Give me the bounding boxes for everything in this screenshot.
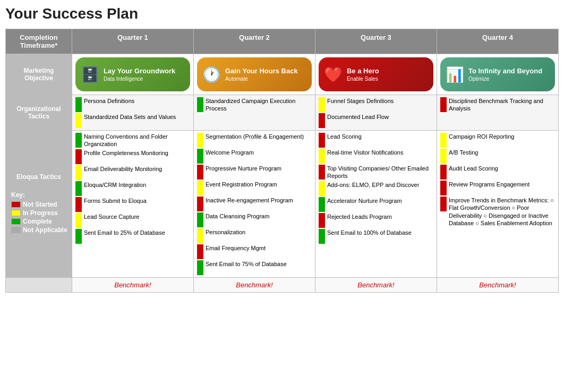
list-item: Data Cleansing Program [197,212,312,227]
list-item: Add-ons: ELMO, EPP and Discover [319,181,433,196]
eloqua-q1-cell: Naming Conventions and Folder Organizati… [72,131,193,278]
list-item: Profile Completeness Monitoring [75,149,190,164]
status-indicator [319,149,325,164]
q1-objective: 🗄️ Lay Your Groundwork Data Intelligence [72,54,193,95]
q2-benchmark: Benchmark! [193,278,315,293]
list-item: In Progress [11,209,69,217]
list-item: Not Applicable [11,226,69,234]
list-item: Personalization [197,228,312,243]
key-title: Key: [11,191,69,199]
list-item: Lead Source Capture [75,213,190,228]
list-item: Inactive Re-engagement Program [197,197,312,211]
list-item: Email Frequency Mgmt [197,244,312,259]
list-item: Event Registration Program [197,181,312,195]
list-item: Persona Definitions [75,97,190,112]
org-q4-cell: Disciplined Benchmark Tracking and Analy… [437,95,558,131]
q3-icon: ❤️ [324,66,343,83]
status-indicator [319,165,325,180]
list-item: Not Started [11,201,69,208]
status-indicator [197,181,203,195]
list-item: Standardized Campaign Execution Process [197,97,312,113]
status-indicator [197,97,203,112]
status-indicator [75,197,82,212]
org-q2-cell: Standardized Campaign Execution Process [193,95,315,131]
status-indicator [319,113,325,128]
list-item: Complete [11,218,69,225]
list-item: Funnel Stages Definitions [319,97,433,112]
success-plan-table: Completion Timeframe* Quarter 1 Quarter … [5,29,559,293]
list-item: Segmentation (Profile & Engagement) [197,133,312,148]
page-title: Your Success Plan [5,5,559,22]
list-item: Forms Submit to Eloqua [75,197,190,212]
q1-sub-text: Data Intelligence [104,76,175,82]
in-progress-color [11,210,21,216]
list-item: Sent Email to 75% of Database [197,260,312,275]
q2-icon: 🕐 [202,66,221,83]
q4-benchmark: Benchmark! [437,278,558,293]
status-indicator [197,149,203,164]
key-section: Key: Not Started In Progress Complete [9,191,69,234]
org-tactics-label: Organizational Tactics [6,95,72,131]
status-indicator [319,181,325,196]
q1-icon: 🗄️ [81,66,99,83]
q4-icon: 📊 [446,66,464,83]
q2-header: Quarter 2 [193,29,315,54]
list-item: Review Programs Engagement [440,181,555,195]
q4-main-text: To Infinity and Beyond [468,67,542,75]
status-indicator [319,197,325,212]
status-indicator [197,244,203,259]
status-indicator [319,97,325,112]
q3-benchmark: Benchmark! [315,278,437,293]
benchmark-label-cell [6,278,72,293]
org-q3-cell: Funnel Stages Definitions Documented Lea… [315,95,437,131]
status-indicator [75,97,82,112]
q4-objective: 📊 To Infinity and Beyond Optimize [437,54,558,95]
status-indicator [75,165,82,180]
list-item: Real-time Visitor Notifications [319,149,433,164]
status-indicator [75,213,82,228]
eloqua-tactics-label: Eloqua Tactics Key: Not Started In Progr… [6,131,72,278]
list-item: Improve Trends in Benchmark Metrics: ○ F… [440,197,555,227]
q1-main-text: Lay Your Groundwork [104,67,175,75]
status-indicator [440,97,447,112]
q3-objective: ❤️ Be a Hero Enable Sales [315,54,437,95]
status-indicator [440,181,447,195]
list-item: Sent Email to 100% of Database [319,229,433,244]
status-indicator [75,113,82,128]
q1-header: Quarter 1 [72,29,193,54]
status-indicator [75,181,82,196]
marketing-objective-label: Marketing Objective [6,54,72,95]
list-item: Email Deliverability Monitoring [75,165,190,180]
not-applicable-color [11,227,21,233]
q1-benchmark: Benchmark! [72,278,193,293]
list-item: Eloqua/CRM Integration [75,181,190,196]
list-item: A/B Testing [440,149,555,164]
q2-objective: 🕐 Gain Your Hours Back Automate [193,54,315,95]
status-indicator [197,197,203,211]
completion-header: Completion Timeframe* [6,29,72,54]
eloqua-q4-cell: Campaign ROI Reporting A/B Testing Audit… [437,131,558,278]
q4-header: Quarter 4 [437,29,558,54]
status-indicator [440,197,447,211]
eloqua-q3-cell: Lead Scoring Real-time Visitor Notificat… [315,131,437,278]
list-item: Welcome Program [197,149,312,164]
list-item: Sent Email to 25% of Database [75,229,190,244]
list-item: Accelerator Nurture Program [319,197,433,212]
status-indicator [319,133,325,148]
q3-sub-text: Enable Sales [347,76,379,82]
status-indicator [197,133,203,148]
status-indicator [319,229,325,244]
list-item: Naming Conventions and Folder Organizati… [75,133,190,148]
status-indicator [440,133,447,148]
list-item: Progressive Nurture Program [197,165,312,180]
status-indicator [197,165,203,180]
q2-main-text: Gain Your Hours Back [225,67,298,75]
status-indicator [440,165,447,180]
org-q1-cell: Persona Definitions Standardized Data Se… [72,95,193,131]
status-indicator [197,260,203,275]
status-indicator [75,229,82,244]
list-item: Lead Scoring [319,133,433,148]
status-indicator [75,133,82,148]
not-started-color [11,201,21,208]
q2-sub-text: Automate [225,76,298,82]
